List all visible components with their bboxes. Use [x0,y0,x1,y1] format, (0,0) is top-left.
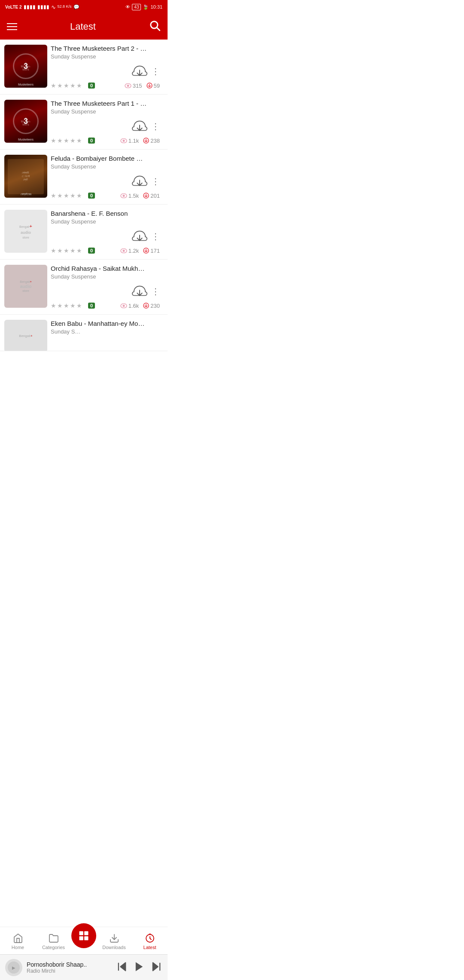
item-actions: ⋮ [51,283,160,300]
svg-point-14 [122,195,125,197]
views-count: 1.2k [128,248,139,254]
list-item: Bengali+ audio store Orchid Rahasya - Sa… [0,260,168,315]
downloads-stat: 238 [143,138,160,144]
download-button[interactable] [131,173,148,190]
page-title: Latest [70,21,96,32]
rating-badge: 0 [88,83,95,89]
item-info: Orchid Rahasya - Saikat Mukh… Sunday Sus… [47,265,163,309]
views-stat: 1.5k [120,193,139,199]
eye-stat-icon [120,138,127,143]
status-bar: VoLTE 2 ▮▮▮▮ ▮▮▮▮ ∿ 52.8 K/s 💬 👁 43 🍃 10… [0,0,168,14]
eye-stat-icon [120,303,127,308]
item-title: The Three Musketeers Part 1 - … [51,100,160,107]
list-item: Bengali+ audio store Banarshena - E. F. … [0,205,168,260]
menu-button[interactable] [7,23,17,30]
star-rating: ★ ★ ★ ★ ★ [51,82,82,89]
downloads-count: 238 [150,138,160,144]
eye-stat-icon [120,193,127,198]
more-options-button[interactable]: ⋮ [151,66,160,77]
star-rating: ★ ★ ★ ★ ★ [51,302,82,309]
star-rating: ★ ★ ★ ★ ★ [51,137,82,144]
item-meta: ★ ★ ★ ★ ★ 0 1.5k 201 [51,192,160,199]
item-thumbnail[interactable]: 3 Musketeers [4,100,47,143]
wifi-icon: ∿ [51,4,56,10]
item-title: Feluda - Bombaiyer Bombete … [51,155,160,162]
download-button[interactable] [131,63,148,80]
rating-badge: 0 [88,138,95,144]
rating-badge: 0 [88,303,95,309]
download-stat-icon [147,83,153,89]
download-button[interactable] [131,283,148,300]
thumbnail-image: 3 Musketeers [4,100,47,143]
item-info: The Three Musketeers Part 1 - … Sunday S… [47,100,163,144]
more-options-button[interactable]: ⋮ [151,286,160,297]
download-stat-icon [143,138,149,144]
item-thumbnail[interactable]: Bengali+ audio store [4,265,47,308]
list-item: বোম্বাইয়ের Feluda - Bombaiyer Bombete …… [0,150,168,205]
views-stat: 1.6k [120,303,139,309]
more-options-button[interactable]: ⋮ [151,121,160,132]
download-button[interactable] [131,118,148,135]
network-speed: 52.8 K/s [58,5,72,9]
item-subtitle: Sunday Suspense [51,273,160,280]
svg-point-4 [127,85,129,87]
item-thumbnail[interactable]: 3 Musketeers [4,45,47,88]
downloads-count: 171 [150,248,160,254]
eye-icon: 👁 [125,4,130,9]
item-info: The Three Musketeers Part 2 - … Sunday S… [47,45,163,89]
views-count: 1.1k [128,138,139,144]
item-thumbnail[interactable]: Bengali+ [4,320,47,351]
star-5: ★ [76,82,82,89]
downloads-stat: 171 [143,248,160,254]
hamburger-line-1 [7,23,17,24]
item-info: Eken Babu - Manhattan-ey Mo… Sunday S… [47,320,163,338]
message-icon: 💬 [73,4,79,10]
item-meta: ★ ★ ★ ★ ★ 0 315 59 [51,82,160,89]
item-thumbnail[interactable]: Bengali+ audio store [4,210,47,253]
more-options-button[interactable]: ⋮ [151,176,160,187]
item-meta: ★ ★ ★ ★ ★ 0 1.2k 171 [51,247,160,254]
svg-point-9 [122,140,125,142]
svg-line-1 [157,28,159,30]
content-list: 3 Musketeers The Three Musketeers Part 2… [0,40,168,351]
item-actions: ⋮ [51,173,160,190]
thumbnail-image: Bengali+ audio store [4,210,47,253]
item-title: The Three Musketeers Part 2 - … [51,45,160,52]
item-subtitle: Sunday S… [51,328,160,335]
views-count: 1.6k [128,303,139,309]
eye-stat-icon [125,83,131,88]
item-actions: ⋮ [51,63,160,80]
eye-stat-icon [120,248,127,253]
search-button[interactable] [149,19,161,34]
svg-point-19 [122,250,125,252]
more-options-button[interactable]: ⋮ [151,231,160,242]
views-stat: 1.1k [120,138,139,144]
item-actions: ⋮ [51,228,160,245]
rating-badge: 0 [88,248,95,254]
item-thumbnail[interactable]: বোম্বাইয়ের [4,155,47,198]
views-stat: 315 [125,83,142,89]
downloads-count: 201 [150,193,160,199]
download-stat-icon [143,193,149,199]
item-title: Orchid Rahasya - Saikat Mukh… [51,265,160,272]
thumbnail-image: 3 Musketeers [4,45,47,88]
downloads-count: 59 [154,83,160,89]
status-left: VoLTE 2 ▮▮▮▮ ▮▮▮▮ ∿ 52.8 K/s 💬 [5,4,79,10]
item-title: Banarshena - E. F. Benson [51,210,160,217]
list-item: Bengali+ Eken Babu - Manhattan-ey Mo… Su… [0,315,168,351]
hamburger-line-2 [7,26,17,27]
list-item: 3 Musketeers The Three Musketeers Part 2… [0,40,168,95]
list-item: 3 Musketeers The Three Musketeers Part 1… [0,95,168,150]
item-meta: ★ ★ ★ ★ ★ 0 1.6k 230 [51,302,160,309]
downloads-stat: 59 [147,83,160,89]
download-button[interactable] [131,228,148,245]
star-2: ★ [57,82,63,89]
battery-indicator: 43 [132,4,141,10]
leaf-icon: 🍃 [143,4,149,10]
top-bar: Latest [0,14,168,40]
signal-bars-2: ▮▮▮▮ [37,4,49,10]
item-subtitle: Sunday Suspense [51,163,160,170]
star-1: ★ [51,82,56,89]
thumbnail-image: বোম্বাইয়ের [4,155,47,198]
item-subtitle: Sunday Suspense [51,218,160,225]
